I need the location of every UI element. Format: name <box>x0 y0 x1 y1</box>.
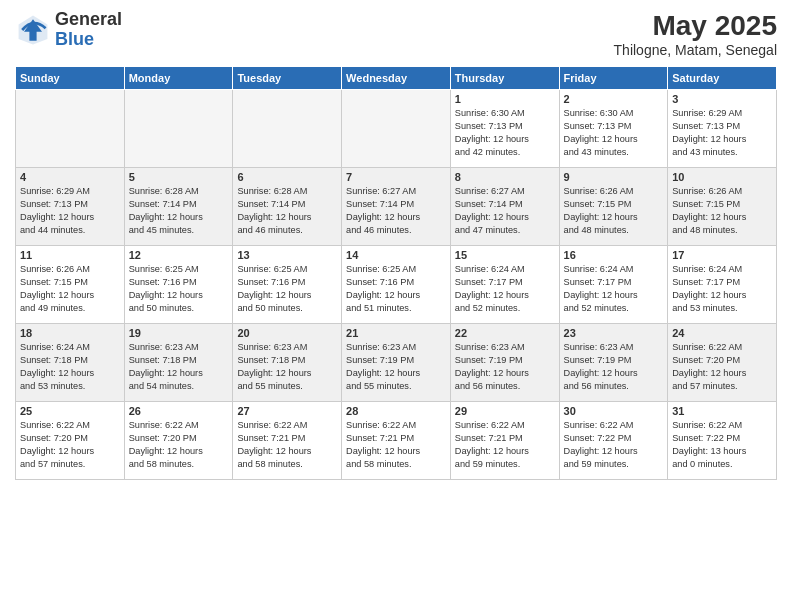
day-info: Sunrise: 6:25 AM Sunset: 7:16 PM Dayligh… <box>237 263 337 315</box>
day-info: Sunrise: 6:26 AM Sunset: 7:15 PM Dayligh… <box>564 185 664 237</box>
table-row: 30Sunrise: 6:22 AM Sunset: 7:22 PM Dayli… <box>559 402 668 480</box>
table-row: 25Sunrise: 6:22 AM Sunset: 7:20 PM Dayli… <box>16 402 125 480</box>
header-monday: Monday <box>124 67 233 90</box>
day-number: 21 <box>346 327 446 339</box>
header-friday: Friday <box>559 67 668 90</box>
day-number: 9 <box>564 171 664 183</box>
logo-general: General <box>55 9 122 29</box>
day-info: Sunrise: 6:25 AM Sunset: 7:16 PM Dayligh… <box>346 263 446 315</box>
day-info: Sunrise: 6:22 AM Sunset: 7:21 PM Dayligh… <box>455 419 555 471</box>
day-info: Sunrise: 6:23 AM Sunset: 7:19 PM Dayligh… <box>564 341 664 393</box>
table-row: 31Sunrise: 6:22 AM Sunset: 7:22 PM Dayli… <box>668 402 777 480</box>
day-info: Sunrise: 6:22 AM Sunset: 7:21 PM Dayligh… <box>237 419 337 471</box>
day-number: 14 <box>346 249 446 261</box>
table-row: 4Sunrise: 6:29 AM Sunset: 7:13 PM Daylig… <box>16 168 125 246</box>
month-title: May 2025 <box>614 10 777 42</box>
table-row: 18Sunrise: 6:24 AM Sunset: 7:18 PM Dayli… <box>16 324 125 402</box>
day-number: 6 <box>237 171 337 183</box>
table-row <box>342 90 451 168</box>
title-block: May 2025 Thilogne, Matam, Senegal <box>614 10 777 58</box>
logo-blue: Blue <box>55 29 94 49</box>
logo: General Blue <box>15 10 122 50</box>
day-info: Sunrise: 6:24 AM Sunset: 7:18 PM Dayligh… <box>20 341 120 393</box>
table-row: 14Sunrise: 6:25 AM Sunset: 7:16 PM Dayli… <box>342 246 451 324</box>
day-info: Sunrise: 6:22 AM Sunset: 7:22 PM Dayligh… <box>672 419 772 471</box>
day-info: Sunrise: 6:30 AM Sunset: 7:13 PM Dayligh… <box>455 107 555 159</box>
header-saturday: Saturday <box>668 67 777 90</box>
table-row: 13Sunrise: 6:25 AM Sunset: 7:16 PM Dayli… <box>233 246 342 324</box>
header-wednesday: Wednesday <box>342 67 451 90</box>
logo-icon <box>15 12 51 48</box>
table-row <box>233 90 342 168</box>
day-info: Sunrise: 6:27 AM Sunset: 7:14 PM Dayligh… <box>346 185 446 237</box>
calendar-week-row: 18Sunrise: 6:24 AM Sunset: 7:18 PM Dayli… <box>16 324 777 402</box>
day-number: 3 <box>672 93 772 105</box>
day-info: Sunrise: 6:22 AM Sunset: 7:21 PM Dayligh… <box>346 419 446 471</box>
day-info: Sunrise: 6:26 AM Sunset: 7:15 PM Dayligh… <box>672 185 772 237</box>
table-row: 1Sunrise: 6:30 AM Sunset: 7:13 PM Daylig… <box>450 90 559 168</box>
table-row: 24Sunrise: 6:22 AM Sunset: 7:20 PM Dayli… <box>668 324 777 402</box>
logo-text: General Blue <box>55 10 122 50</box>
day-number: 4 <box>20 171 120 183</box>
day-info: Sunrise: 6:29 AM Sunset: 7:13 PM Dayligh… <box>672 107 772 159</box>
day-info: Sunrise: 6:22 AM Sunset: 7:20 PM Dayligh… <box>672 341 772 393</box>
day-number: 27 <box>237 405 337 417</box>
table-row: 2Sunrise: 6:30 AM Sunset: 7:13 PM Daylig… <box>559 90 668 168</box>
table-row: 15Sunrise: 6:24 AM Sunset: 7:17 PM Dayli… <box>450 246 559 324</box>
day-number: 31 <box>672 405 772 417</box>
day-info: Sunrise: 6:27 AM Sunset: 7:14 PM Dayligh… <box>455 185 555 237</box>
day-number: 15 <box>455 249 555 261</box>
day-number: 25 <box>20 405 120 417</box>
day-number: 11 <box>20 249 120 261</box>
day-info: Sunrise: 6:24 AM Sunset: 7:17 PM Dayligh… <box>455 263 555 315</box>
day-number: 20 <box>237 327 337 339</box>
day-number: 19 <box>129 327 229 339</box>
table-row: 6Sunrise: 6:28 AM Sunset: 7:14 PM Daylig… <box>233 168 342 246</box>
table-row: 3Sunrise: 6:29 AM Sunset: 7:13 PM Daylig… <box>668 90 777 168</box>
day-number: 5 <box>129 171 229 183</box>
table-row: 8Sunrise: 6:27 AM Sunset: 7:14 PM Daylig… <box>450 168 559 246</box>
calendar-week-row: 4Sunrise: 6:29 AM Sunset: 7:13 PM Daylig… <box>16 168 777 246</box>
table-row: 22Sunrise: 6:23 AM Sunset: 7:19 PM Dayli… <box>450 324 559 402</box>
day-number: 30 <box>564 405 664 417</box>
day-number: 26 <box>129 405 229 417</box>
table-row: 21Sunrise: 6:23 AM Sunset: 7:19 PM Dayli… <box>342 324 451 402</box>
table-row: 9Sunrise: 6:26 AM Sunset: 7:15 PM Daylig… <box>559 168 668 246</box>
day-number: 13 <box>237 249 337 261</box>
calendar-table: Sunday Monday Tuesday Wednesday Thursday… <box>15 66 777 480</box>
day-info: Sunrise: 6:26 AM Sunset: 7:15 PM Dayligh… <box>20 263 120 315</box>
day-info: Sunrise: 6:24 AM Sunset: 7:17 PM Dayligh… <box>672 263 772 315</box>
day-number: 28 <box>346 405 446 417</box>
day-info: Sunrise: 6:23 AM Sunset: 7:19 PM Dayligh… <box>346 341 446 393</box>
table-row <box>124 90 233 168</box>
day-info: Sunrise: 6:25 AM Sunset: 7:16 PM Dayligh… <box>129 263 229 315</box>
day-number: 2 <box>564 93 664 105</box>
table-row: 5Sunrise: 6:28 AM Sunset: 7:14 PM Daylig… <box>124 168 233 246</box>
day-number: 7 <box>346 171 446 183</box>
calendar-week-row: 1Sunrise: 6:30 AM Sunset: 7:13 PM Daylig… <box>16 90 777 168</box>
day-info: Sunrise: 6:22 AM Sunset: 7:20 PM Dayligh… <box>20 419 120 471</box>
table-row: 17Sunrise: 6:24 AM Sunset: 7:17 PM Dayli… <box>668 246 777 324</box>
calendar-header-row: Sunday Monday Tuesday Wednesday Thursday… <box>16 67 777 90</box>
day-number: 17 <box>672 249 772 261</box>
table-row <box>16 90 125 168</box>
day-number: 16 <box>564 249 664 261</box>
header-sunday: Sunday <box>16 67 125 90</box>
day-number: 29 <box>455 405 555 417</box>
day-info: Sunrise: 6:24 AM Sunset: 7:17 PM Dayligh… <box>564 263 664 315</box>
table-row: 11Sunrise: 6:26 AM Sunset: 7:15 PM Dayli… <box>16 246 125 324</box>
table-row: 23Sunrise: 6:23 AM Sunset: 7:19 PM Dayli… <box>559 324 668 402</box>
day-number: 10 <box>672 171 772 183</box>
day-number: 8 <box>455 171 555 183</box>
day-number: 1 <box>455 93 555 105</box>
day-info: Sunrise: 6:28 AM Sunset: 7:14 PM Dayligh… <box>129 185 229 237</box>
table-row: 12Sunrise: 6:25 AM Sunset: 7:16 PM Dayli… <box>124 246 233 324</box>
day-info: Sunrise: 6:23 AM Sunset: 7:19 PM Dayligh… <box>455 341 555 393</box>
day-info: Sunrise: 6:23 AM Sunset: 7:18 PM Dayligh… <box>237 341 337 393</box>
day-info: Sunrise: 6:22 AM Sunset: 7:20 PM Dayligh… <box>129 419 229 471</box>
day-number: 18 <box>20 327 120 339</box>
table-row: 26Sunrise: 6:22 AM Sunset: 7:20 PM Dayli… <box>124 402 233 480</box>
table-row: 28Sunrise: 6:22 AM Sunset: 7:21 PM Dayli… <box>342 402 451 480</box>
table-row: 20Sunrise: 6:23 AM Sunset: 7:18 PM Dayli… <box>233 324 342 402</box>
day-info: Sunrise: 6:30 AM Sunset: 7:13 PM Dayligh… <box>564 107 664 159</box>
